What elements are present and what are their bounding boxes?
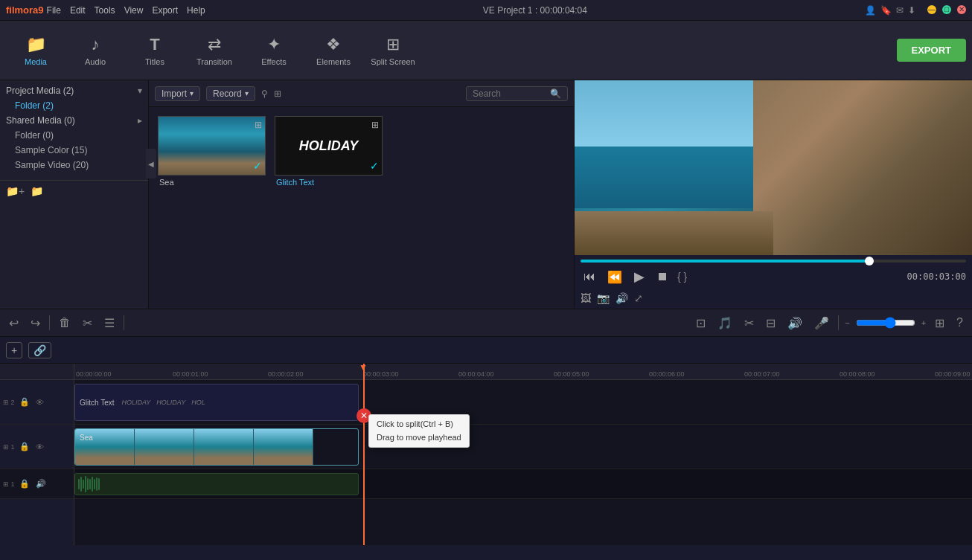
minimize-button[interactable]: —: [927, 5, 936, 14]
project-media-label: Project Media (2): [6, 86, 74, 96]
search-input[interactable]: [473, 88, 547, 99]
close-button[interactable]: ✕: [957, 5, 966, 14]
zoom-plus-icon[interactable]: +: [921, 318, 926, 327]
menu-bar[interactable]: File Edit Tools View Export Help: [47, 5, 205, 16]
track-2-lock[interactable]: 🔒: [18, 397, 31, 407]
zoom-fit-button[interactable]: ⊞: [932, 315, 947, 332]
search-icon[interactable]: 🔍: [550, 88, 561, 99]
progress-thumb[interactable]: [865, 257, 874, 265]
shared-media-label: Shared Media (0): [6, 115, 75, 126]
adjust-button[interactable]: ☰: [101, 315, 118, 332]
download-icon[interactable]: ⬇: [908, 5, 915, 16]
audio-track-row: [74, 469, 972, 499]
panel-collapse-button[interactable]: ◀: [146, 149, 156, 178]
detach-audio-button[interactable]: 🎵: [714, 315, 735, 332]
timeline-link-button[interactable]: 🔗: [28, 342, 51, 358]
mail-icon[interactable]: ✉: [896, 5, 904, 16]
menu-file[interactable]: File: [47, 5, 61, 16]
record-button[interactable]: Record ▾: [206, 86, 255, 101]
elements-icon: ❖: [326, 35, 341, 54]
track-2-num: ⊞ 2: [3, 399, 15, 406]
snap-button[interactable]: ⊡: [693, 315, 709, 332]
volume-button[interactable]: 🔊: [616, 292, 628, 304]
track-1-lock[interactable]: 🔒: [18, 442, 31, 451]
ruler-mark-0: 00:00:00:00: [76, 370, 112, 378]
toolbar-effects[interactable]: ✦ Effects: [244, 25, 304, 77]
import-button[interactable]: Import ▾: [155, 86, 200, 101]
progress-bar[interactable]: [581, 260, 966, 263]
track-1-num: ⊞ 1: [3, 443, 15, 451]
go-to-start-button[interactable]: ⏮: [581, 268, 598, 285]
folder-2-item[interactable]: Folder (2): [0, 98, 148, 113]
track-audio-mute[interactable]: 🔊: [34, 479, 48, 489]
stop-button[interactable]: ⏹: [653, 268, 671, 285]
audio-button[interactable]: 🔊: [784, 315, 805, 332]
toolbar-transition[interactable]: ⇄ Transition: [185, 25, 244, 77]
toolbar-transition-label: Transition: [196, 57, 232, 66]
restore-button[interactable]: □: [942, 5, 951, 14]
folder-0-item[interactable]: Folder (0): [0, 128, 148, 143]
step-back-button[interactable]: ⏪: [604, 268, 625, 286]
left-panel: Project Media (2) ▾ Folder (2) Shared Me…: [0, 80, 149, 309]
titles-icon: T: [150, 35, 159, 54]
tooltip-line-1: Click to split(Ctrl + B): [377, 418, 461, 431]
menu-tools[interactable]: Tools: [95, 5, 115, 16]
menu-edit[interactable]: Edit: [70, 5, 86, 16]
waveform-display: [75, 474, 358, 495]
sea-video-clip[interactable]: Sea: [74, 428, 359, 466]
record-label: Record: [213, 88, 242, 99]
titlebar: filmora9 File Edit Tools View Export Hel…: [0, 0, 972, 21]
timeline-add-button[interactable]: +: [6, 342, 22, 358]
snapshot-button[interactable]: 📷: [597, 292, 610, 304]
export-button[interactable]: EXPORT: [897, 39, 966, 62]
split-button[interactable]: ⊟: [763, 315, 778, 332]
sample-video-item[interactable]: Sample Video (20): [0, 158, 148, 173]
project-media-item[interactable]: Project Media (2) ▾: [0, 83, 148, 98]
menu-view[interactable]: View: [124, 5, 144, 16]
track-audio-num: ⊞ 1: [3, 480, 15, 488]
track-audio-lock[interactable]: 🔒: [18, 479, 31, 489]
media-item-glitch-text[interactable]: HOLIDAY ⊞ ✓ Glitch Text: [275, 116, 383, 187]
ruler-mark-7: 00:00:07:00: [744, 370, 780, 378]
separator-3: [838, 315, 839, 330]
track-label-2: ⊞ 2 🔒 👁: [0, 380, 74, 425]
toolbar-split-screen[interactable]: ⊞ Split Screen: [363, 25, 423, 77]
toolbar-elements[interactable]: ❖ Elements: [304, 25, 363, 77]
current-time-display: 00:00:03:00: [907, 271, 966, 282]
help-button[interactable]: ?: [953, 315, 966, 331]
menu-help[interactable]: Help: [187, 5, 205, 16]
fullscreen-button[interactable]: ⤢: [634, 292, 643, 304]
new-folder-button[interactable]: 📁: [31, 185, 43, 197]
glitch-text-clip[interactable]: Glitch Text HOLIDAY HOLIDAY HOL: [74, 384, 359, 421]
bookmark-icon[interactable]: 🔖: [880, 5, 892, 16]
add-folder-button[interactable]: 📁+: [6, 185, 25, 197]
titlebar-right: 👤 🔖 ✉ ⬇ — □ ✕: [865, 5, 966, 16]
sample-color-item[interactable]: Sample Color (15): [0, 143, 148, 158]
account-icon[interactable]: 👤: [865, 5, 876, 16]
delete-button[interactable]: 🗑: [56, 315, 74, 331]
audio-clip[interactable]: [74, 473, 359, 495]
speech-button[interactable]: 🎤: [811, 315, 832, 332]
fit-frame-button[interactable]: 🖼: [581, 292, 591, 304]
glitch-text-thumbnail: HOLIDAY ⊞ ✓: [275, 116, 383, 176]
window-title: VE Project 1 : 00:00:04:04: [205, 5, 865, 16]
shared-media-item[interactable]: Shared Media (0) ▸: [0, 113, 148, 128]
filter-icon[interactable]: ⚲: [261, 88, 268, 99]
menu-export[interactable]: Export: [152, 5, 178, 16]
toolbar-titles[interactable]: T Titles: [125, 25, 185, 77]
zoom-slider[interactable]: [856, 317, 915, 329]
track-1-visible[interactable]: 👁: [34, 442, 45, 451]
preview-controls: ⏮ ⏪ ▶ ⏹ { } 00:00:03:00 🖼 📷 🔊 ⤢: [575, 255, 972, 309]
wave-bar: [96, 477, 97, 491]
media-item-sea[interactable]: ⊞ ✓ Sea: [158, 116, 266, 187]
grid-view-icon[interactable]: ⊞: [274, 88, 281, 99]
toolbar-media[interactable]: 📁 Media: [6, 25, 65, 77]
crop-button[interactable]: ✂: [741, 315, 757, 332]
cut-button[interactable]: ✂: [80, 315, 95, 332]
undo-button[interactable]: ↩: [6, 315, 22, 332]
zoom-minus-icon[interactable]: −: [845, 318, 849, 327]
toolbar-audio[interactable]: ♪ Audio: [65, 25, 125, 77]
track-2-visible[interactable]: 👁: [34, 398, 45, 407]
play-button[interactable]: ▶: [631, 267, 648, 286]
redo-button[interactable]: ↪: [28, 315, 43, 332]
